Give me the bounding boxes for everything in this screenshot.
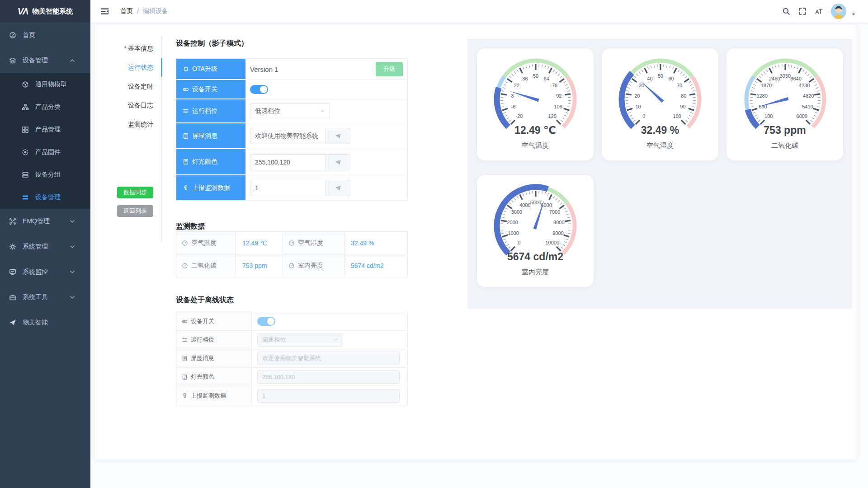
font-size-icon[interactable] <box>815 7 823 15</box>
tab-运行状态[interactable]: 运行状态 <box>108 58 161 77</box>
chevron-down-icon <box>69 294 76 301</box>
back-to-list-button[interactable]: 返回列表 <box>117 205 153 217</box>
svg-text:9000: 9000 <box>552 230 563 236</box>
sidebar-item-设备管理[interactable]: 设备管理 <box>0 48 90 73</box>
svg-text:80: 80 <box>681 93 686 99</box>
send-icon <box>335 132 342 140</box>
firmware-version: Version 1 <box>250 66 278 73</box>
active-tab-indicator <box>161 58 162 77</box>
sidebar-item-系统工具[interactable]: 系统工具 <box>0 285 90 310</box>
light-color-icon <box>182 374 188 380</box>
content-card: *基本信息运行状态设备定时设备日志监测统计 数据同步 返回列表 设备控制（影子模… <box>94 25 857 460</box>
svg-text:0: 0 <box>642 113 645 119</box>
light-color-input[interactable] <box>250 154 326 170</box>
ota-row: OTA升级 Version 1 升级 <box>176 59 407 80</box>
sidebar-menu: 首页设备管理通用物模型产品分类产品管理产品固件设备分组设备管理EMQ管理系统管理… <box>0 23 90 335</box>
monitor-label: 室内亮度 <box>283 254 344 277</box>
logo-icon: VΛ <box>18 6 28 17</box>
mode-label-text: 运行档位 <box>192 107 217 115</box>
chevron-down-icon <box>69 218 76 225</box>
required-asterisk: * <box>124 45 127 52</box>
breadcrumb-home[interactable]: 首页 <box>120 7 133 15</box>
report-label: 上报监测数据 <box>176 175 245 200</box>
sidebar-item-设备分组[interactable]: 设备分组 <box>0 164 90 186</box>
meter-icon <box>288 263 295 269</box>
offline-screen-input <box>257 352 400 365</box>
fullscreen-icon[interactable] <box>798 7 807 15</box>
sidebar-item-物美智能[interactable]: 物美智能 <box>0 310 90 335</box>
sidebar-item-通用物模型[interactable]: 通用物模型 <box>0 73 90 96</box>
svg-text:106: 106 <box>554 104 562 109</box>
svg-text:8000: 8000 <box>553 220 564 225</box>
sidebar-item-产品分类[interactable]: 产品分类 <box>0 96 90 118</box>
sidebar-item-设备管理[interactable]: 设备管理 <box>0 186 90 209</box>
report-data-input[interactable] <box>250 180 326 196</box>
svg-text:50: 50 <box>533 73 538 79</box>
chevron-down-icon <box>69 243 76 250</box>
device-switch-toggle[interactable] <box>250 85 268 94</box>
grid-icon <box>22 126 29 133</box>
tools-icon <box>9 294 16 301</box>
monitor-label: 空气湿度 <box>283 232 344 254</box>
ota-label-text: OTA升级 <box>192 65 217 73</box>
select-chevron-icon <box>320 108 325 114</box>
run-mode-value: 低速档位 <box>255 107 320 115</box>
sidebar-submenu: 通用物模型产品分类产品管理产品固件设备分组设备管理 <box>0 73 90 209</box>
sidebar-item-系统监控[interactable]: 系统监控 <box>0 259 90 285</box>
svg-text:5410: 5410 <box>802 104 813 109</box>
svg-text:3000: 3000 <box>511 209 522 215</box>
user-avatar[interactable] <box>831 4 846 19</box>
topbar: 首页 / 编辑设备 <box>90 0 868 23</box>
send-icon <box>335 184 342 192</box>
upgrade-button[interactable]: 升级 <box>376 62 403 76</box>
sidebar-item-EMQ管理[interactable]: EMQ管理 <box>0 209 90 234</box>
gear-mode-icon <box>183 108 189 114</box>
svg-text:2460: 2460 <box>769 76 780 81</box>
offline-report-input <box>257 389 400 403</box>
emq-icon <box>9 218 16 225</box>
chevron-down-icon[interactable] <box>851 12 856 17</box>
svg-text:78: 78 <box>552 83 557 88</box>
sidebar: VΛ 物美智能系统 首页设备管理通用物模型产品分类产品管理产品固件设备分组设备管… <box>0 0 90 488</box>
meter-icon <box>288 240 295 246</box>
sidebar-fold-icon[interactable] <box>100 7 109 16</box>
svg-text:64: 64 <box>543 76 549 81</box>
offline-table: 设备开关 运行档位 高速档位 屏显消息 <box>176 312 408 405</box>
plane-icon <box>9 319 16 326</box>
sidebar-item-产品管理[interactable]: 产品管理 <box>0 118 90 141</box>
sidebar-item-首页[interactable]: 首页 <box>0 23 90 48</box>
tab-基本信息[interactable]: *基本信息 <box>108 39 161 58</box>
offline-mode-row: 运行档位 高速档位 <box>176 331 407 349</box>
offline-light-input <box>257 370 400 384</box>
monitor-label: 二氧化碳 <box>176 254 236 277</box>
tab-设备日志[interactable]: 设备日志 <box>108 96 161 115</box>
tab-监测统计[interactable]: 监测统计 <box>108 115 161 134</box>
send-screen-message-button[interactable] <box>326 128 350 144</box>
sidebar-item-系统管理[interactable]: 系统管理 <box>0 234 90 259</box>
svg-text:70: 70 <box>677 83 682 88</box>
svg-text:40: 40 <box>647 76 652 81</box>
monitor-label: 空气温度 <box>176 232 236 254</box>
offline-screen-row: 屏显消息 <box>176 349 407 368</box>
report-row: 上报监测数据 <box>176 175 407 200</box>
send-light-color-button[interactable] <box>326 154 350 170</box>
search-icon[interactable] <box>782 7 790 15</box>
cube-icon <box>22 81 29 88</box>
screen-row: 屏显消息 <box>176 123 407 149</box>
switch-icon <box>183 86 189 93</box>
tab-设备定时[interactable]: 设备定时 <box>108 77 161 96</box>
svg-text:0: 0 <box>518 240 520 245</box>
app-root: VΛ 物美智能系统 首页设备管理通用物模型产品分类产品管理产品固件设备分组设备管… <box>0 0 868 488</box>
data-sync-button[interactable]: 数据同步 <box>117 187 153 198</box>
app-logo[interactable]: VΛ 物美智能系统 <box>0 0 90 23</box>
sidebar-item-产品固件[interactable]: 产品固件 <box>0 141 90 164</box>
svg-text:4230: 4230 <box>799 83 810 88</box>
run-mode-select[interactable]: 低速档位 <box>250 103 330 119</box>
switch-label-text: 设备开关 <box>192 85 217 94</box>
send-report-button[interactable] <box>326 180 350 196</box>
offline-switch-row: 设备开关 <box>176 312 407 331</box>
svg-text:100: 100 <box>764 113 773 119</box>
screen-message-input[interactable] <box>250 128 326 144</box>
dashboard-icon <box>9 32 16 39</box>
monitor-table: 空气温度 12.49 ℃ 空气湿度 32.49 % 二氧化碳 753 ppm 室… <box>176 231 408 277</box>
